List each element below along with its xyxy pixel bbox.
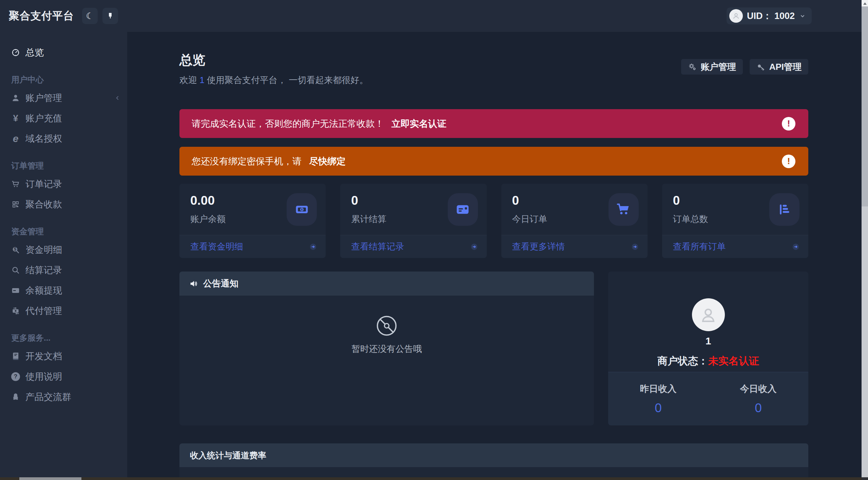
money-transfer-icon	[11, 306, 20, 315]
view-all-orders-link[interactable]: 查看所有订单	[662, 235, 808, 258]
account-management-button[interactable]: 账户管理	[681, 59, 743, 75]
stat-value: 0	[351, 194, 386, 208]
yesterday-income: 昨日收入 0	[608, 383, 708, 415]
sidebar-item-label: 聚合收款	[25, 198, 62, 211]
stat-card-top: 0 累计结算	[340, 184, 486, 235]
user-menu[interactable]: UID： 1002	[727, 7, 812, 24]
stat-cards: 0.00 账户余额 查看资金明细 0	[179, 184, 808, 258]
stat-card-settlement: 0 累计结算 查看结算记录	[340, 184, 486, 258]
sidebar-group-more-services: 更多服务...	[0, 333, 127, 343]
arrow-circle-right-icon	[631, 243, 639, 251]
gauge-icon	[11, 48, 20, 57]
sidebar-item-account-management[interactable]: 账户管理	[0, 88, 127, 108]
merchant-income-footer: 昨日收入 0 今日收入 0	[608, 372, 808, 425]
sidebar-item-domain-authorization[interactable]: 域名授权	[0, 128, 127, 149]
stat-card-top: 0 今日订单	[501, 184, 648, 235]
book-icon	[11, 352, 20, 361]
search-icon	[11, 266, 20, 275]
sidebar-item-usage-guide[interactable]: 使用说明	[0, 366, 127, 387]
qrcode-icon	[11, 200, 20, 209]
main-content: 总览 欢迎 1 使用聚合支付平台， 一切看起来都很好。 账户管理 API管理	[127, 32, 862, 480]
arrow-circle-right-icon	[470, 243, 478, 251]
sidebar-item-label: 余额提现	[25, 284, 62, 297]
income-panel-title: 收入统计与通道费率	[190, 450, 266, 461]
realname-alert: 请完成实名认证，否则您的商户无法正常收款！ 立即实名认证	[179, 109, 808, 138]
id-card-icon	[448, 193, 478, 226]
sidebar-item-label: 账户管理	[25, 92, 62, 104]
search-dollar-icon	[11, 245, 20, 254]
sidebar-item-label: 总览	[25, 46, 44, 59]
today-income-label: 今日收入	[708, 383, 808, 395]
sidebar-item-account-recharge[interactable]: 账户充值	[0, 108, 127, 128]
sidebar-group-order-management: 订单管理	[0, 160, 127, 171]
welcome-text: 欢迎 1 使用聚合支付平台， 一切看起来都很好。	[179, 74, 368, 86]
skin-toggle-button[interactable]	[102, 8, 118, 24]
merchant-status-value: 未实名认证	[708, 355, 759, 366]
disc-slash-icon	[375, 315, 398, 337]
realname-alert-action[interactable]: 立即实名认证	[391, 118, 446, 130]
stat-card-total-orders: 0 订单总数 查看所有订单	[662, 184, 808, 258]
alert-banners: 请完成实名认证，否则您的商户无法正常收款！ 立即实名认证 您还没有绑定密保手机，…	[179, 109, 808, 176]
merchant-name: 1	[706, 335, 711, 347]
vertical-scrollbar-thumb[interactable]	[862, 6, 868, 206]
sidebar-item-label: 域名授权	[25, 133, 62, 145]
view-settlement-records-link[interactable]: 查看结算记录	[340, 235, 486, 258]
sidebar-item-label: 资金明细	[25, 244, 62, 256]
stat-card-top: 0 订单总数	[662, 184, 808, 235]
user-icon	[11, 94, 20, 102]
stat-label: 今日订单	[512, 213, 547, 225]
sidebar-item-overview[interactable]: 总览	[0, 42, 127, 63]
sidebar-item-payout-management[interactable]: 代付管理	[0, 301, 127, 321]
header-actions: 账户管理 API管理	[681, 59, 808, 86]
income-stats-panel: 收入统计与通道费率	[179, 443, 808, 480]
sidebar-item-label: 开发文档	[25, 350, 62, 362]
api-management-button[interactable]: API管理	[750, 59, 808, 75]
announcement-empty-state: 暂时还没有公告哦	[179, 315, 594, 355]
bar-chart-icon	[769, 193, 799, 226]
alert-text: 请完成实名认证，否则您的商户无法正常收款！	[192, 118, 384, 130]
gears-icon	[688, 62, 697, 71]
alert-text: 您还没有绑定密保手机，请	[192, 155, 302, 167]
vertical-scrollbar[interactable]	[862, 0, 868, 480]
yesterday-income-label: 昨日收入	[608, 383, 708, 395]
horizontal-scrollbar[interactable]	[0, 477, 862, 480]
welcome-suffix: 使用聚合支付平台， 一切看起来都很好。	[205, 75, 368, 85]
merchant-status-line: 商户状态：未实名认证	[657, 354, 759, 368]
merchant-body: 1 商户状态：未实名认证	[608, 272, 808, 372]
sidebar-item-balance-withdrawal[interactable]: 余额提现	[0, 280, 127, 301]
welcome-username: 1	[199, 75, 204, 85]
bind-phone-alert-action[interactable]: 尽快绑定	[309, 155, 346, 167]
announcement-header: 公告通知	[179, 272, 594, 296]
sidebar-item-fund-details[interactable]: 资金明细	[0, 240, 127, 260]
triangle-up-icon	[863, 2, 867, 5]
sidebar-item-order-records[interactable]: 订单记录	[0, 174, 127, 194]
exclamation-circle-icon	[782, 155, 795, 168]
welcome-prefix: 欢迎	[179, 75, 199, 85]
view-more-details-link[interactable]: 查看更多详情	[501, 235, 648, 258]
stat-label: 订单总数	[673, 213, 708, 225]
scrollbar-corner	[862, 477, 868, 480]
link-label: 查看结算记录	[351, 241, 404, 253]
avatar	[729, 9, 743, 23]
horizontal-scrollbar-thumb[interactable]	[19, 477, 81, 480]
scroll-up-button[interactable]	[862, 0, 868, 6]
sidebar-item-dev-docs[interactable]: 开发文档	[0, 346, 127, 366]
ie-browser-icon	[11, 134, 20, 143]
link-label: 查看所有订单	[673, 241, 726, 253]
announcement-body: 暂时还没有公告哦	[179, 296, 594, 425]
page-header: 总览 欢迎 1 使用聚合支付平台， 一切看起来都很好。 账户管理 API管理	[179, 52, 808, 86]
arrow-circle-right-icon	[309, 243, 317, 251]
chevron-down-icon	[799, 12, 806, 20]
sidebar-item-settlement-records[interactable]: 结算记录	[0, 260, 127, 280]
sidebar-item-label: 代付管理	[25, 305, 62, 317]
sidebar: 总览 用户中心 账户管理 账户充值 域名授权 订单管理	[0, 32, 127, 480]
stat-card-balance: 0.00 账户余额 查看资金明细	[179, 184, 326, 258]
theme-toggle-button[interactable]	[82, 8, 98, 24]
merchant-avatar	[692, 298, 725, 331]
sidebar-item-aggregate-collection[interactable]: 聚合收款	[0, 194, 127, 215]
sidebar-menu: 总览 用户中心 账户管理 账户充值 域名授权 订单管理	[0, 32, 127, 407]
sidebar-item-product-group[interactable]: 产品交流群	[0, 387, 127, 407]
sidebar-item-label: 结算记录	[25, 264, 62, 276]
brush-icon	[106, 12, 114, 20]
view-fund-details-link[interactable]: 查看资金明细	[179, 235, 326, 258]
